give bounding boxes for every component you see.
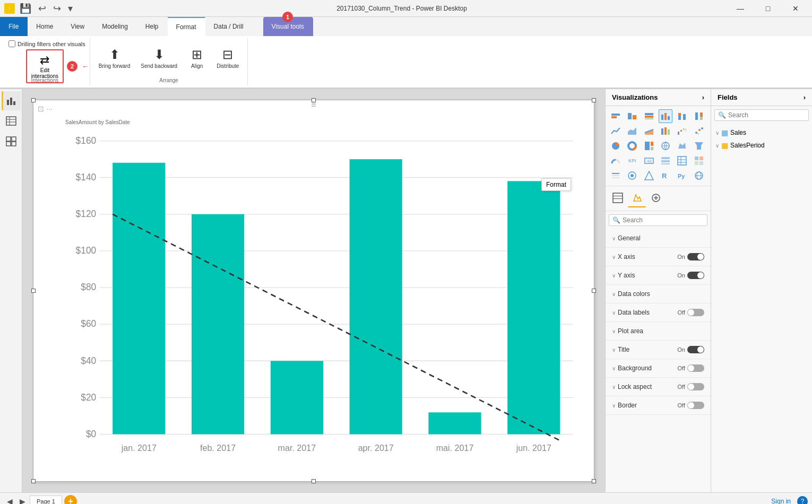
format-search[interactable]: 🔍 xyxy=(609,214,707,226)
canvas-area[interactable]: ≡ ⊡ ··· SalesAmount by SalesDate xyxy=(22,89,605,492)
page-prev-button[interactable]: ◀ xyxy=(4,496,15,505)
viz-tab-analytics[interactable] xyxy=(647,189,665,207)
viz-table[interactable] xyxy=(675,154,689,168)
close-button[interactable]: ✕ xyxy=(783,0,808,17)
help-button[interactable]: ? xyxy=(797,496,808,505)
background-toggle[interactable] xyxy=(687,364,704,372)
viz-slicer[interactable] xyxy=(609,169,623,183)
viz-tab-format[interactable] xyxy=(628,189,646,207)
viz-100-stacked-column[interactable] xyxy=(692,109,706,123)
title-row[interactable]: ∨ Title On xyxy=(606,343,711,357)
viz-custom1[interactable] xyxy=(625,169,639,183)
lockaspect-toggle[interactable] xyxy=(687,383,704,390)
field-salesperiod[interactable]: ∨ ▦ SalesPeriod xyxy=(711,139,812,152)
background-row[interactable]: ∨ Background Off xyxy=(606,361,711,375)
expand-icon[interactable]: ⊡ xyxy=(38,105,44,113)
xaxis-toggle[interactable] xyxy=(687,253,704,260)
viz-waterfall[interactable] xyxy=(675,124,689,138)
field-collapse-sales[interactable]: ∨ xyxy=(715,130,719,136)
yaxis-row[interactable]: ∨ Y axis On xyxy=(606,268,711,282)
sign-in-button[interactable]: Sign in xyxy=(767,496,795,505)
viz-multirow-card[interactable] xyxy=(659,154,672,168)
general-row[interactable]: ∨ General xyxy=(606,231,711,245)
viz-panel-expand[interactable]: › xyxy=(702,93,704,101)
viz-line[interactable] xyxy=(609,124,623,138)
redo-tool[interactable]: ↪ xyxy=(50,2,64,15)
tab-help[interactable]: Help xyxy=(137,17,168,36)
viz-globe-icon[interactable] xyxy=(692,169,706,183)
datacolors-row[interactable]: ∨ Data colors xyxy=(606,287,711,301)
drilling-checkbox[interactable]: Drilling filters other visuals xyxy=(8,40,85,47)
viz-funnel[interactable] xyxy=(692,139,706,153)
field-collapse-salesperiod[interactable]: ∨ xyxy=(715,143,719,149)
format-scroll-panel[interactable]: ∨ General ∨ X axis On xyxy=(606,229,711,492)
viz-ribbon[interactable] xyxy=(659,124,672,138)
title-toggle[interactable] xyxy=(687,346,704,353)
dropdown-tool[interactable]: ▾ xyxy=(65,2,75,15)
border-row[interactable]: ∨ Border Off xyxy=(606,398,711,412)
minimize-button[interactable]: — xyxy=(728,0,753,17)
handle-ml[interactable] xyxy=(31,289,36,293)
viz-r-icon[interactable]: R xyxy=(659,169,672,183)
handle-tl[interactable] xyxy=(31,98,36,102)
fields-search-input[interactable] xyxy=(728,111,808,119)
viz-clustered-bar[interactable] xyxy=(625,109,639,123)
drilling-checkbox-input[interactable] xyxy=(8,40,15,47)
viz-map[interactable] xyxy=(659,139,672,153)
viz-gauge[interactable] xyxy=(609,154,623,168)
drag-handle-icon[interactable]: ≡ xyxy=(311,100,316,110)
bring-forward-button[interactable]: ⬆ Bring forward xyxy=(94,45,134,71)
send-backward-button[interactable]: ⬇ Send backward xyxy=(136,45,182,71)
format-search-input[interactable] xyxy=(623,216,704,224)
lockaspect-row[interactable]: ∨ Lock aspect Off xyxy=(606,380,711,394)
viz-matrix-icon[interactable] xyxy=(692,154,706,168)
add-page-button[interactable]: + xyxy=(64,495,77,505)
viz-treemap[interactable] xyxy=(642,139,656,153)
viz-custom2[interactable] xyxy=(642,169,656,183)
tab-view[interactable]: View xyxy=(62,17,93,36)
field-sales[interactable]: ∨ ▦ Sales xyxy=(711,126,812,139)
datalabels-toggle[interactable] xyxy=(687,309,704,316)
tab-modeling[interactable]: Modeling xyxy=(93,17,137,36)
xaxis-row[interactable]: ∨ X axis On xyxy=(606,250,711,264)
viz-clustered-column[interactable] xyxy=(659,109,672,123)
page-next-button[interactable]: ▶ xyxy=(17,496,28,505)
viz-line-stacked[interactable] xyxy=(642,124,656,138)
handle-br[interactable] xyxy=(592,479,596,483)
tab-format[interactable]: Format xyxy=(168,17,205,36)
align-button[interactable]: ⊞ Align xyxy=(184,45,210,71)
chart-container[interactable]: ≡ ⊡ ··· SalesAmount by SalesDate xyxy=(33,100,594,482)
undo-tool[interactable]: ↩ xyxy=(36,2,49,15)
viz-stacked-column[interactable] xyxy=(675,109,689,123)
handle-mr[interactable] xyxy=(592,289,596,293)
maximize-button[interactable]: □ xyxy=(756,0,780,17)
sidebar-btn-table[interactable] xyxy=(2,111,21,131)
tab-file[interactable]: File xyxy=(0,17,28,36)
page-1-tab[interactable]: Page 1 xyxy=(30,496,62,504)
fields-panel-expand[interactable]: › xyxy=(804,93,806,101)
tab-visual-tools[interactable]: 1 Visual tools xyxy=(263,17,313,36)
viz-tab-fields-icon[interactable] xyxy=(609,189,627,207)
plotarea-row[interactable]: ∨ Plot area xyxy=(606,324,711,338)
viz-py-icon[interactable]: Py xyxy=(675,169,689,183)
border-toggle[interactable] xyxy=(687,402,704,409)
viz-100-stacked-bar[interactable] xyxy=(642,109,656,123)
more-options-icon[interactable]: ··· xyxy=(46,105,53,113)
viz-stacked-bar[interactable] xyxy=(609,109,623,123)
sidebar-btn-bar-chart[interactable] xyxy=(2,91,21,110)
fields-search[interactable]: 🔍 xyxy=(714,109,809,121)
tab-home[interactable]: Home xyxy=(28,17,62,36)
viz-card[interactable]: 42 xyxy=(642,154,656,168)
viz-area[interactable] xyxy=(625,124,639,138)
viz-donut[interactable] xyxy=(625,139,639,153)
handle-bl[interactable] xyxy=(31,479,36,483)
viz-filled-map[interactable] xyxy=(675,139,689,153)
tab-data-drill[interactable]: Data / Drill xyxy=(205,17,253,36)
handle-bm[interactable] xyxy=(312,479,316,483)
sidebar-btn-matrix[interactable] xyxy=(2,132,21,151)
handle-tr[interactable] xyxy=(592,98,596,102)
distribute-button[interactable]: ⊟ Distribute xyxy=(212,45,243,71)
datalabels-row[interactable]: ∨ Data labels Off xyxy=(606,306,711,319)
yaxis-toggle[interactable] xyxy=(687,272,704,279)
viz-pie[interactable] xyxy=(609,139,623,153)
